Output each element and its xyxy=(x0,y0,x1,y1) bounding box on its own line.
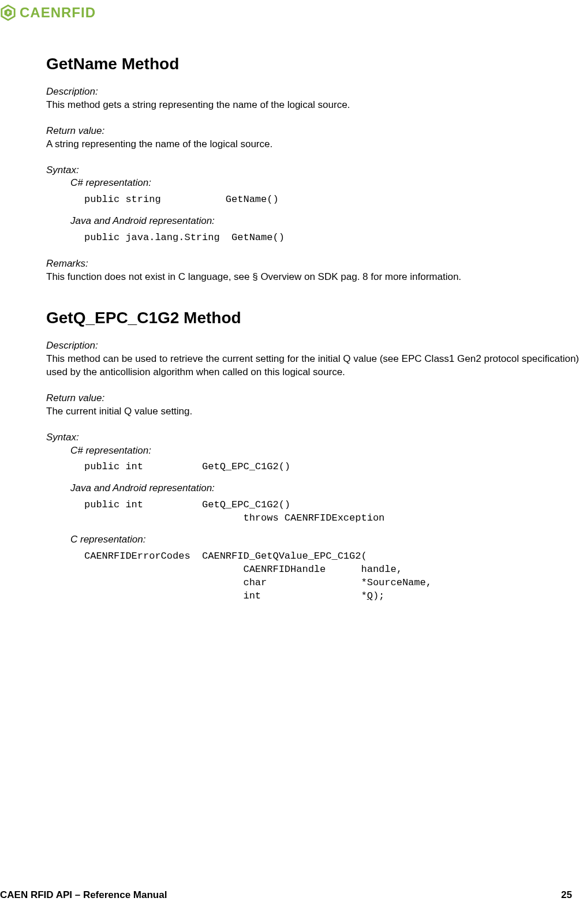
logo-icon xyxy=(0,5,16,21)
description-text: This method can be used to retrieve the … xyxy=(46,353,579,379)
page-number: 25 xyxy=(561,889,572,901)
java-label: Java and Android representation: xyxy=(70,215,579,228)
description-label: Description: xyxy=(46,85,579,99)
syntax-label: Syntax: xyxy=(46,164,579,177)
csharp-label: C# representation: xyxy=(70,177,579,190)
svg-rect-3 xyxy=(9,12,10,13)
svg-rect-2 xyxy=(8,11,9,14)
java-code: public java.lang.String GetName() xyxy=(84,231,579,245)
section-getq: GetQ_EPC_C1G2 Method Description: This m… xyxy=(46,307,579,603)
csharp-code: public string GetName() xyxy=(84,193,579,207)
csharp-code: public int GetQ_EPC_C1G2() xyxy=(84,461,579,474)
footer: CAEN RFID API – Reference Manual 25 xyxy=(0,889,572,901)
logo: CAENRFID xyxy=(0,5,96,21)
section-title: GetName Method xyxy=(46,53,579,75)
return-value-label: Return value: xyxy=(46,125,579,138)
section-getname: GetName Method Description: This method … xyxy=(46,53,579,284)
java-code: public int GetQ_EPC_C1G2() throws CAENRF… xyxy=(84,499,579,525)
section-title: GetQ_EPC_C1G2 Method xyxy=(46,307,579,329)
return-value-text: The current initial Q value setting. xyxy=(46,405,579,418)
c-label: C representation: xyxy=(70,533,579,547)
description-label: Description: xyxy=(46,339,579,353)
syntax-label: Syntax: xyxy=(46,431,579,444)
footer-title: CAEN RFID API – Reference Manual xyxy=(0,889,167,901)
return-value-label: Return value: xyxy=(46,392,579,405)
csharp-label: C# representation: xyxy=(70,444,579,458)
c-code: CAENRFIDErrorCodes CAENRFID_GetQValue_EP… xyxy=(84,550,579,603)
main-content: GetName Method Description: This method … xyxy=(46,53,579,626)
java-label: Java and Android representation: xyxy=(70,482,579,495)
logo-text: CAENRFID xyxy=(20,5,96,21)
description-text: This method gets a string representing t… xyxy=(46,99,579,112)
remarks-label: Remarks: xyxy=(46,257,579,271)
remarks-text: This function does not exist in C langua… xyxy=(46,271,579,284)
return-value-text: A string representing the name of the lo… xyxy=(46,138,579,151)
